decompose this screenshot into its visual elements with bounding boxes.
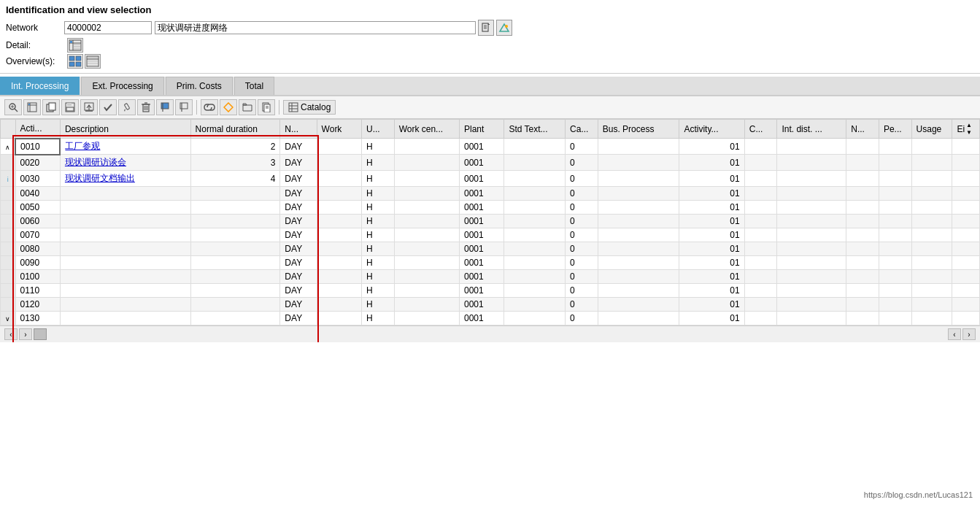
- diamond-btn[interactable]: [220, 99, 237, 115]
- description-cell[interactable]: [60, 284, 190, 298]
- scroll-right-icon[interactable]: ▲: [966, 122, 972, 128]
- col-header-work[interactable]: Work: [317, 120, 361, 139]
- col-header-activity[interactable]: Activity...: [679, 120, 744, 139]
- col-header-int-dist[interactable]: Int. dist. ...: [777, 120, 846, 139]
- normal-duration-cell[interactable]: 2: [190, 139, 280, 155]
- unit-cell: H: [362, 256, 395, 270]
- flag2-btn[interactable]: [175, 99, 193, 115]
- normal-duration-cell[interactable]: [190, 284, 280, 298]
- scroll-thumb[interactable]: [34, 328, 47, 340]
- col-header-pe[interactable]: Pe...: [879, 120, 911, 139]
- col-header-work-cen[interactable]: Work cen...: [394, 120, 459, 139]
- folder-btn[interactable]: [239, 99, 256, 115]
- description-cell[interactable]: [60, 312, 190, 325]
- description-cell[interactable]: [60, 256, 190, 270]
- pencil-btn[interactable]: [118, 99, 136, 115]
- col-header-ei[interactable]: Ei ▲ ▼: [952, 120, 980, 139]
- col-header-acti[interactable]: Acti...: [15, 120, 60, 139]
- description-cell[interactable]: [60, 242, 190, 256]
- pe-cell: [879, 256, 911, 270]
- normal-duration-cell[interactable]: [190, 201, 280, 215]
- col-header-bus-process[interactable]: Bus. Process: [598, 120, 679, 139]
- normal-duration-cell[interactable]: [190, 187, 280, 201]
- zoom-btn[interactable]: [4, 99, 22, 115]
- network-description-input[interactable]: [155, 21, 476, 34]
- normal-duration-cell[interactable]: [190, 270, 280, 284]
- col-header-std-text[interactable]: Std Text...: [504, 120, 566, 139]
- copy-btn[interactable]: [42, 99, 60, 115]
- col-header-n2[interactable]: N...: [846, 120, 879, 139]
- description-cell[interactable]: [60, 298, 190, 312]
- description-cell[interactable]: 现状调研访谈会: [60, 155, 190, 171]
- activity-code-cell[interactable]: 0130: [15, 312, 60, 325]
- check-btn[interactable]: [99, 99, 117, 115]
- network-input[interactable]: [64, 21, 152, 34]
- chain-btn[interactable]: [201, 99, 218, 115]
- pages-btn[interactable]: [258, 99, 275, 115]
- activity-code-cell[interactable]: 0120: [15, 298, 60, 312]
- description-cell[interactable]: [60, 201, 190, 215]
- scroll-left-icon[interactable]: ▼: [966, 129, 972, 136]
- save-btn[interactable]: [61, 99, 79, 115]
- description-cell[interactable]: [60, 215, 190, 228]
- row-number-cell: [1, 187, 16, 201]
- activity-code-cell[interactable]: 0090: [15, 256, 60, 270]
- network-doc-icon[interactable]: [478, 20, 494, 36]
- col-header-plant[interactable]: Plant: [459, 120, 503, 139]
- col-header-usage[interactable]: Usage: [911, 120, 952, 139]
- tab-ext-processing[interactable]: Ext. Processing: [81, 77, 163, 95]
- description-cell[interactable]: [60, 187, 190, 201]
- detail-row: Detail:: [6, 38, 974, 53]
- activity-code-cell[interactable]: 0070: [15, 228, 60, 242]
- activity-code-cell[interactable]: 0100: [15, 270, 60, 284]
- activity-code-cell[interactable]: 0110: [15, 284, 60, 298]
- edit-btn[interactable]: [23, 99, 41, 115]
- scroll-next-btn[interactable]: ›: [19, 328, 32, 340]
- activity-code-cell[interactable]: 0030: [15, 171, 60, 187]
- catalog-btn[interactable]: Catalog: [283, 100, 336, 115]
- normal-duration-cell[interactable]: [190, 242, 280, 256]
- activity-code-cell[interactable]: 0080: [15, 242, 60, 256]
- description-cell[interactable]: [60, 270, 190, 284]
- tab-total[interactable]: Total: [234, 77, 274, 95]
- ca-cell: 0: [566, 284, 598, 298]
- description-cell[interactable]: 工厂参观: [60, 139, 190, 155]
- activity-code-cell[interactable]: 0020: [15, 155, 60, 171]
- normal-duration-cell[interactable]: [190, 298, 280, 312]
- tab-prim-costs[interactable]: Prim. Costs: [166, 77, 233, 95]
- unit-cell: H: [362, 298, 395, 312]
- scroll-prev-btn[interactable]: ‹: [4, 328, 18, 340]
- scroll-right-prev-btn[interactable]: ‹: [948, 328, 961, 340]
- upload-btn[interactable]: [80, 99, 98, 115]
- scroll-right-next-btn[interactable]: ›: [962, 328, 976, 340]
- normal-duration-cell[interactable]: 3: [190, 155, 280, 171]
- normal-duration-cell[interactable]: [190, 256, 280, 270]
- col-header-c[interactable]: C...: [744, 120, 777, 139]
- activity-code-cell[interactable]: 0050: [15, 201, 60, 215]
- normal-duration-cell[interactable]: [190, 312, 280, 325]
- svg-marker-43: [124, 109, 126, 112]
- delete-btn[interactable]: [137, 99, 155, 115]
- table-row: 0050DAYH0001001: [1, 201, 980, 215]
- col-header-description[interactable]: Description: [60, 120, 190, 139]
- activity-code-cell[interactable]: 0040: [15, 187, 60, 201]
- col-header-normal-duration[interactable]: Normal duration: [190, 120, 280, 139]
- col-header-ca[interactable]: Ca...: [566, 120, 598, 139]
- flag-btn[interactable]: [156, 99, 174, 115]
- activity-cell: 01: [679, 312, 744, 325]
- overview-icon2[interactable]: [85, 54, 101, 69]
- description-cell[interactable]: 现状调研文档输出: [60, 171, 190, 187]
- network-mountain-icon[interactable]: [496, 20, 512, 36]
- tab-int-processing[interactable]: Int. Processing: [0, 77, 80, 95]
- activity-code-cell[interactable]: 0010: [15, 139, 60, 155]
- normal-duration-cell[interactable]: [190, 215, 280, 228]
- duration-unit-cell: DAY: [280, 312, 317, 325]
- col-header-u[interactable]: U...: [362, 120, 395, 139]
- normal-duration-cell[interactable]: [190, 228, 280, 242]
- description-cell[interactable]: [60, 228, 190, 242]
- normal-duration-cell[interactable]: 4: [190, 171, 280, 187]
- overview-icon1[interactable]: [67, 54, 83, 69]
- col-header-n[interactable]: N...: [280, 120, 317, 139]
- detail-icon[interactable]: [67, 38, 83, 53]
- activity-code-cell[interactable]: 0060: [15, 215, 60, 228]
